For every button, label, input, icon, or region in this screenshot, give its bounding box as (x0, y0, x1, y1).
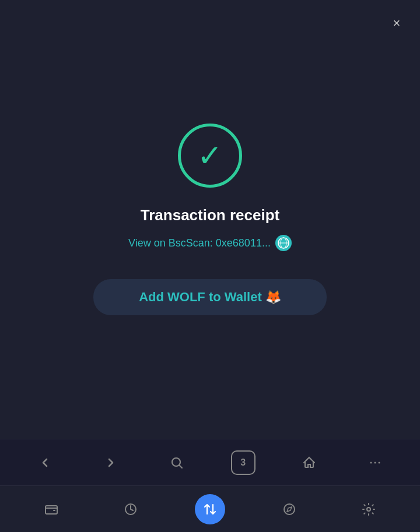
svg-point-7 (379, 461, 380, 463)
tabs-count-badge: 3 (231, 450, 256, 475)
add-wolf-wallet-button[interactable]: Add WOLF to Wallet 🦊 (93, 279, 327, 315)
tab-explore[interactable] (274, 494, 304, 524)
bscscan-text: View on BscScan: 0xe68011... (128, 237, 271, 249)
tabs-button[interactable]: 3 (229, 449, 257, 477)
bscscan-link[interactable]: View on BscScan: 0xe68011... (128, 235, 292, 251)
success-icon-wrapper: ✓ (178, 124, 242, 188)
svg-line-4 (180, 465, 183, 468)
close-button[interactable]: × (387, 14, 406, 33)
svg-point-12 (367, 508, 370, 511)
transaction-title: Transaction receipt (141, 206, 279, 224)
browser-nav-bar: 3 (0, 439, 420, 485)
svg-point-6 (374, 461, 376, 463)
search-button[interactable] (163, 449, 191, 477)
add-wallet-label: Add WOLF to Wallet 🦊 (139, 290, 281, 305)
more-options-button[interactable] (361, 449, 389, 477)
success-circle: ✓ (178, 124, 242, 188)
svg-rect-8 (46, 506, 57, 514)
tab-wallet[interactable] (36, 494, 66, 524)
forward-button[interactable] (97, 449, 125, 477)
bscscan-icon (275, 235, 292, 251)
home-button[interactable] (295, 449, 323, 477)
tab-swap[interactable] (195, 494, 225, 524)
tab-settings[interactable] (354, 494, 384, 524)
checkmark-icon: ✓ (197, 140, 223, 171)
svg-marker-11 (287, 507, 292, 512)
tab-history[interactable] (116, 494, 146, 524)
svg-point-5 (370, 461, 372, 463)
back-button[interactable] (31, 449, 59, 477)
modal-container: × ✓ Transaction receipt View on BscScan:… (0, 0, 420, 439)
bottom-tab-bar (0, 485, 420, 532)
svg-point-10 (284, 504, 295, 515)
